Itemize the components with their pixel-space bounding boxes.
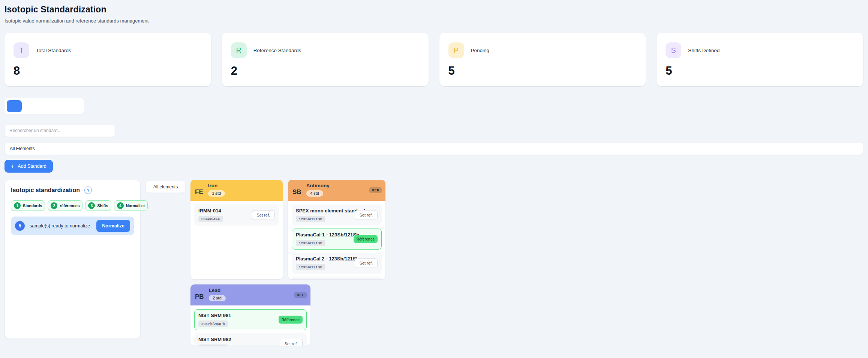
standards-list: NIST SRM 981 206Pb/204Pb Référence NIST … — [190, 305, 310, 346]
isotope-ratio-tag: 206Pb/204Pb — [198, 320, 228, 327]
isotope-ratio-tag: 123Sb/121Sb — [296, 216, 325, 222]
step-number: 3 — [88, 202, 95, 209]
standard-row: PlasmaCal-1 - 123Sb/121Sb 123Sb/121Sb Ré… — [292, 229, 382, 250]
element-symbol: PB — [195, 293, 204, 301]
search-input[interactable] — [4, 124, 115, 137]
set-ref-button[interactable]: Set ref. — [252, 210, 275, 220]
element-name: Lead — [209, 287, 226, 293]
element-card-header: SB Antimony 4 std REF — [288, 180, 385, 201]
plus-icon: + — [11, 163, 14, 169]
standards-list: IRMM-014 56Fe/54Fe Set ref. — [190, 201, 283, 229]
standard-row: IRMM-014 56Fe/54Fe Set ref. — [194, 205, 279, 226]
ready-text: sample(s) ready to normalize — [30, 223, 90, 229]
wizard-step: 3 Shifts — [85, 200, 111, 211]
stat-label: Pending — [471, 48, 490, 53]
stat-letter-icon: R — [231, 42, 247, 58]
ref-badge: REF — [369, 187, 382, 193]
tab-synchronization[interactable] — [67, 100, 82, 112]
element-card-fe: FE Iron 1 std IRMM-014 56Fe/54Fe Set ref… — [190, 180, 283, 279]
stats-row: T Total Standards 8 R Reference Standard… — [4, 33, 863, 86]
step-number: 1 — [14, 202, 21, 209]
stat-value: 8 — [13, 64, 202, 78]
element-cards-grid: FE Iron 1 std IRMM-014 56Fe/54Fe Set ref… — [190, 180, 395, 346]
stat-value: 5 — [448, 64, 637, 78]
step-number: 2 — [51, 202, 57, 209]
normalize-button[interactable]: Normalize — [96, 220, 130, 232]
add-standard-button[interactable]: + Add Standard — [4, 160, 53, 173]
tab-shifts-table[interactable] — [37, 100, 52, 112]
tab-analyzed-crms[interactable] — [52, 100, 67, 112]
stat-letter-icon: S — [666, 42, 681, 58]
isotope-ratio-tag: 123Sb/121Sb — [296, 240, 325, 246]
isotope-ratio-tag: 206Pb/204Pb — [198, 344, 228, 346]
stat-card: P Pending 5 — [439, 33, 646, 86]
all-elements-chip[interactable]: All elements — [145, 181, 186, 193]
element-std-count-badge: 2 std — [209, 295, 226, 301]
standard-row: SPEX Mono-isotopic Standard 123Sb/121Sb … — [292, 277, 382, 279]
element-name: Iron — [208, 183, 225, 188]
set-ref-button[interactable]: Set ref. — [280, 339, 303, 346]
element-card-sb: SB Antimony 4 std REF SPEX mono element … — [288, 180, 385, 279]
element-name: Antimony — [306, 183, 330, 188]
isotopic-standardization-page: Isotopic Standardization Isotopic value … — [0, 0, 868, 358]
page-title: Isotopic Standardization — [4, 5, 863, 15]
standard-row: NIST SRM 981 206Pb/204Pb Référence — [194, 309, 307, 330]
tab-normalization[interactable] — [22, 100, 37, 112]
element-card-pb: PB Lead 2 std REF NIST SRM 981 206Pb/204… — [190, 284, 310, 346]
wizard-panel: Isotopic standardization ? 1 Standards 2… — [4, 180, 141, 339]
stat-value: 5 — [666, 64, 854, 78]
tab-standards-by-element[interactable] — [7, 100, 22, 112]
stat-letter-icon: T — [13, 42, 29, 58]
element-card-header: FE Iron 1 std — [190, 180, 283, 201]
add-standard-label: Add Standard — [18, 164, 46, 169]
step-label: Standards — [23, 203, 42, 208]
wizard-step: 2 références — [48, 200, 82, 211]
ready-count-badge: 5 — [15, 221, 25, 231]
standard-row: SPEX mono element standard 123Sb/121Sb S… — [292, 205, 382, 226]
stat-card: S Shifts Defined 5 — [657, 33, 863, 86]
standards-list: SPEX mono element standard 123Sb/121Sb S… — [288, 201, 385, 279]
wizard-steps: 1 Standards 2 références 3 Shifts 4 Norm… — [11, 200, 134, 211]
element-std-count-badge: 4 std — [306, 190, 323, 197]
element-chip-column: All elements — [145, 180, 186, 193]
reference-badge: Référence — [354, 235, 378, 243]
stat-label: Total Standards — [36, 48, 71, 53]
standard-row: PlasmaCal 2 - 123Sb/121Sb 123Sb/121Sb Se… — [292, 253, 382, 274]
element-symbol: FE — [195, 188, 203, 196]
standard-row: NIST SRM 982 206Pb/204Pb Set ref. — [194, 333, 307, 346]
step-label: Normalize — [126, 203, 145, 208]
set-ref-button[interactable]: Set ref. — [355, 258, 378, 268]
isotope-ratio-tag: 123Sb/121Sb — [296, 264, 325, 270]
element-card-header: PB Lead 2 std REF — [190, 284, 310, 305]
tab-bar — [4, 98, 84, 114]
stat-card: T Total Standards 8 — [4, 33, 211, 86]
wizard-title: Isotopic standardization — [11, 187, 80, 194]
step-label: Shifts — [97, 203, 108, 208]
stat-label: Reference Standards — [253, 48, 301, 53]
page-subtitle: Isotopic value normalization and referen… — [4, 18, 863, 24]
help-icon[interactable]: ? — [84, 187, 92, 194]
stat-label: Shifts Defined — [688, 48, 720, 53]
wizard-step: 4 Normalize — [114, 200, 148, 211]
set-ref-button[interactable]: Set ref. — [355, 210, 378, 220]
element-std-count-badge: 1 std — [208, 190, 225, 197]
stat-letter-icon: P — [448, 42, 464, 58]
step-label: références — [60, 203, 79, 208]
element-symbol: SB — [292, 188, 301, 196]
stat-value: 2 — [231, 64, 420, 78]
isotope-ratio-tag: 56Fe/54Fe — [198, 216, 223, 222]
step-number: 4 — [117, 202, 124, 209]
stat-card: R Reference Standards 2 — [222, 33, 429, 86]
ref-badge: REF — [294, 292, 307, 298]
reference-badge: Référence — [279, 316, 303, 324]
element-filter-value: All Elements — [10, 146, 35, 151]
wizard-step: 1 Standards — [11, 200, 45, 211]
element-filter-select[interactable]: All Elements — [4, 142, 863, 155]
main-content: Isotopic standardization ? 1 Standards 2… — [4, 180, 863, 346]
ready-to-normalize-banner: 5 sample(s) ready to normalize Normalize — [11, 217, 134, 235]
